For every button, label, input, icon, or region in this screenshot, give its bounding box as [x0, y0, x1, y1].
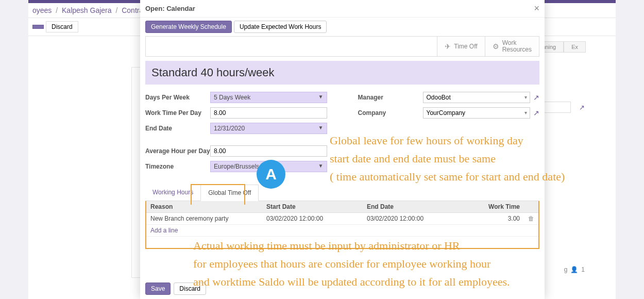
cell-end[interactable]: 03/02/2020 12:00:00 [363, 213, 462, 225]
avg-hour-per-day-input[interactable] [210, 145, 327, 157]
cell-worktime[interactable]: 3.00 [462, 213, 524, 225]
work-time-per-day-label: Work Time Per Day [145, 109, 210, 118]
work-time-per-day-input[interactable] [210, 107, 327, 119]
end-date-input[interactable]: 12/31/2020 [210, 123, 327, 134]
external-link-icon[interactable]: ↗ [579, 104, 585, 111]
timezone-label: Timezone [145, 163, 210, 171]
trash-icon[interactable]: 🗑 [528, 215, 534, 222]
chevron-down-icon[interactable]: ▾ [524, 94, 527, 100]
annotation-text-2: Actual working time must be input by adm… [193, 237, 623, 291]
discard-button[interactable]: Discard [46, 21, 78, 32]
th-work-time: Work Time [462, 201, 524, 213]
gears-icon: ⚙ [493, 42, 499, 51]
close-icon[interactable]: × [534, 3, 539, 14]
plane-icon: ✈ [445, 42, 451, 51]
add-line-row: Add a line [146, 225, 538, 237]
update-expected-work-hours-button[interactable]: Update Expected Work Hours [234, 21, 327, 33]
resources-label: Resources [502, 46, 532, 53]
add-line-link[interactable]: Add a line [146, 225, 538, 237]
annotation-badge-a: A [257, 160, 285, 189]
th-start-date: Start Date [262, 201, 363, 213]
company-label: Company [358, 109, 423, 118]
manager-label: Manager [358, 94, 423, 102]
status-ex[interactable]: Ex [564, 41, 586, 53]
days-per-week-label: Days Per Week [145, 94, 210, 102]
modal-title: Open: Calendar [145, 5, 195, 12]
breadcrumb-part[interactable]: oyees [32, 6, 52, 14]
breadcrumb-part[interactable]: Kalpesh Gajera [62, 6, 112, 14]
tab-working-hours[interactable]: Working Hours [145, 185, 200, 201]
generate-weekly-schedule-button[interactable]: Generate Weekly Schedule [145, 21, 232, 33]
th-end-date: End Date [363, 201, 462, 213]
end-date-label: End Date [145, 125, 210, 133]
cell-reason[interactable]: New Branch ceremony party [146, 213, 262, 225]
tab-global-time-off[interactable]: Global Time Off [200, 185, 259, 201]
time-off-stat-button[interactable]: ✈ Time Off [437, 37, 484, 56]
external-link-icon[interactable]: ↗ [533, 109, 539, 117]
modal-tabs: Working Hours Global Time Off [145, 185, 539, 201]
days-per-week-select[interactable]: 5 Days Week [210, 92, 327, 103]
form-left-col: Days Per Week 5 Days Week Work Time Per … [145, 92, 327, 176]
company-input[interactable] [423, 107, 531, 119]
manager-input[interactable] [423, 92, 531, 103]
table-header-row: Reason Start Date End Date Work Time [146, 201, 538, 213]
modal-header: Open: Calendar × [140, 0, 545, 18]
save-button[interactable] [32, 25, 44, 29]
stat-buttons: ✈ Time Off ⚙ Work Resources [145, 36, 539, 57]
table-row[interactable]: New Branch ceremony party 03/02/2020 12:… [146, 213, 538, 225]
th-reason: Reason [146, 201, 262, 213]
avg-hour-per-day-label: Average Hour per Day [145, 147, 210, 156]
save-button[interactable]: Save [145, 283, 171, 295]
work-resources-stat-button[interactable]: ⚙ Work Resources [485, 37, 539, 56]
cell-start[interactable]: 03/02/2020 12:00:00 [262, 213, 363, 225]
chevron-down-icon[interactable]: ▾ [524, 110, 527, 115]
calendar-name-input[interactable] [145, 61, 539, 85]
annotation-text-1: Global leave for few hours of working da… [330, 131, 623, 186]
time-off-label: Time Off [454, 43, 477, 50]
external-link-icon[interactable]: ↗ [533, 93, 539, 102]
